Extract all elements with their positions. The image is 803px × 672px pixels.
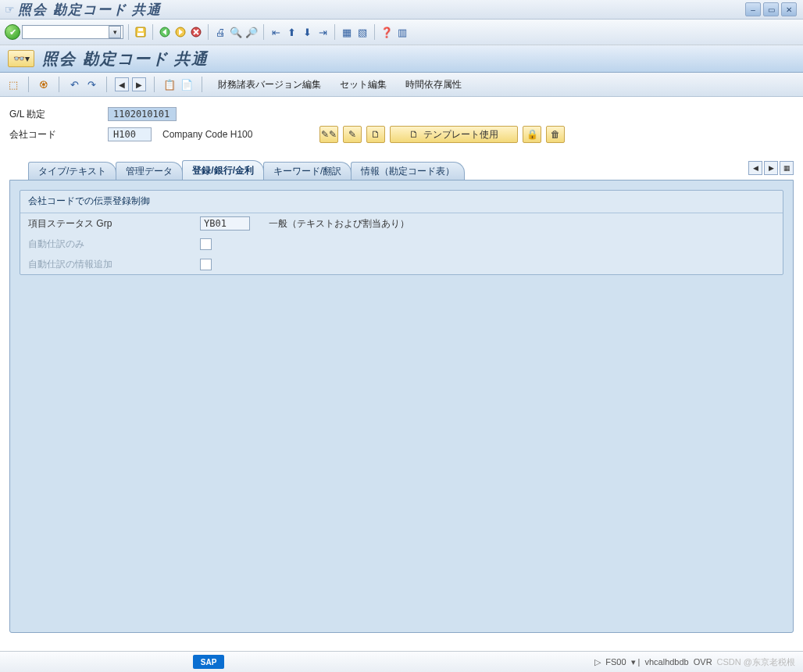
copy-icon: 🗋 [409, 129, 419, 140]
set-edit-link[interactable]: セット編集 [332, 76, 394, 94]
separator [106, 77, 107, 92]
gl-account-row: G/L 勘定 1102010101 [9, 105, 794, 123]
sap-logo: SAP [193, 655, 224, 669]
tab-label: 登録/銀行/金利 [192, 164, 254, 177]
display-change-button[interactable]: ✎✎ [319, 126, 338, 143]
print-icon[interactable]: 🖨 [213, 25, 227, 39]
status-host: vhcalhdbdb [644, 657, 688, 667]
command-dropdown-icon[interactable]: ▾ [109, 26, 121, 38]
separator [202, 77, 202, 92]
gl-account-label: G/L 勘定 [9, 108, 103, 121]
delete-button[interactable]: 🗑 [546, 126, 565, 143]
content-area: G/L 勘定 1102010101 会社コード H100 Company Cod… [0, 97, 803, 636]
watermark-text: CSDN @东京老税根 [717, 656, 795, 668]
page-title-bar: 👓▾ 照会 勘定コード 共通 [0, 45, 803, 73]
fs-version-edit-link[interactable]: 財務諸表バージョン編集 [210, 76, 329, 94]
display-toggle-button[interactable]: 👓▾ [8, 50, 34, 67]
time-dep-attr-link[interactable]: 時間依存属性 [398, 76, 469, 94]
application-toolbar: ⬚ ♼ ↶ ↷ ◀ ▶ 📋 📄 財務諸表バージョン編集 セット編集 時間依存属性 [0, 73, 803, 97]
separator [374, 24, 375, 40]
tab-label: 情報（勘定コード表） [361, 165, 455, 178]
field-status-group-label: 項目ステータス Grp [28, 217, 200, 231]
close-button[interactable]: ✕ [781, 2, 797, 16]
maximize-button[interactable]: ▭ [763, 2, 779, 16]
create-button[interactable]: 🗋 [366, 126, 385, 143]
tab-body: 会社コードでの伝票登録制御 項目ステータス Grp YB01 一般（テキストおよ… [9, 180, 794, 633]
group-title: 会社コードでの伝票登録制御 [20, 191, 783, 213]
field-status-group-desc: 一般（テキストおよび割当あり） [269, 217, 409, 231]
status-tx-code: FS00 [605, 657, 626, 667]
tab-type-text[interactable]: タイプ/テキスト [28, 162, 116, 180]
find-icon[interactable]: 🔍 [229, 25, 243, 39]
exit-icon[interactable] [173, 25, 187, 39]
post-auto-only-checkbox[interactable] [200, 238, 212, 250]
first-page-icon[interactable]: ⇤ [269, 25, 283, 39]
status-arrow-icon[interactable]: ▷ [594, 657, 601, 667]
tab-create-bank-interest[interactable]: 登録/銀行/金利 [182, 160, 264, 180]
sap-window: ☞ 照会 勘定コード 共通 – ▭ ✕ ✔ ▾ 🖨 🔍 🔎 ⇤ ⬆ ⬇ ⇥ ▦ … [0, 0, 803, 672]
post-auto-only-row: 自動仕訳のみ [20, 234, 783, 254]
tab-scroll-left-button[interactable]: ◀ [748, 161, 762, 175]
field-status-group-input[interactable]: YB01 [200, 216, 250, 231]
standard-toolbar: ✔ ▾ 🖨 🔍 🔎 ⇤ ⬆ ⬇ ⇥ ▦ ▧ ❓ ▥ [0, 20, 803, 45]
svg-rect-1 [137, 33, 144, 36]
separator [154, 77, 155, 92]
template-use-button[interactable]: 🗋 テンプレート使用 [390, 126, 518, 143]
tab-info-coa[interactable]: 情報（勘定コード表） [351, 162, 465, 180]
tab-list-button[interactable]: ▦ [780, 161, 794, 175]
next-page-icon[interactable]: ⬇ [300, 25, 314, 39]
cancel-icon[interactable] [189, 25, 203, 39]
tab-label: キーワード/翻訳 [273, 165, 341, 178]
redo-icon[interactable]: ↷ [84, 77, 98, 91]
save-icon[interactable] [134, 25, 148, 39]
app-menu-icon[interactable]: ☞ [5, 3, 15, 16]
window-title: 照会 勘定コード 共通 [18, 1, 162, 19]
help-icon[interactable]: ❓ [380, 25, 394, 39]
edit-button[interactable]: ✎ [343, 126, 362, 143]
prev-record-button[interactable]: ◀ [115, 77, 129, 91]
separator [128, 24, 129, 40]
company-code-value[interactable]: H100 [108, 127, 152, 141]
svg-rect-2 [138, 28, 143, 31]
tab-keyword-translation[interactable]: キーワード/翻訳 [263, 162, 352, 180]
supplement-auto-row: 自動仕訳の情報追加 [20, 254, 783, 274]
back-icon[interactable] [158, 25, 172, 39]
titlebar: ☞ 照会 勘定コード 共通 – ▭ ✕ [0, 0, 803, 20]
shortcut-icon[interactable]: ▧ [355, 25, 369, 39]
tabstrip: タイプ/テキスト 管理データ 登録/銀行/金利 キーワード/翻訳 情報（勘定コー… [9, 161, 794, 180]
layout-icon[interactable]: ▥ [395, 25, 409, 39]
note-icon[interactable]: 📄 [180, 77, 194, 91]
tab-label: タイプ/テキスト [38, 165, 106, 178]
supplement-auto-checkbox[interactable] [200, 259, 212, 270]
hierarchy-icon[interactable]: ♼ [37, 77, 51, 91]
company-code-label: 会社コード [9, 128, 103, 141]
next-record-button[interactable]: ▶ [132, 77, 146, 91]
last-page-icon[interactable]: ⇥ [316, 25, 330, 39]
separator [59, 77, 59, 92]
statusbar: SAP ▷ FS00 ▾ | vhcalhdbdb OVR CSDN @东京老税… [0, 651, 803, 672]
separator [28, 77, 29, 92]
gl-account-value[interactable]: 1102010101 [108, 107, 177, 121]
template-use-label: テンプレート使用 [423, 128, 498, 141]
page-title: 照会 勘定コード 共通 [42, 48, 209, 70]
prev-page-icon[interactable]: ⬆ [284, 25, 298, 39]
command-field[interactable]: ▾ [22, 25, 123, 39]
tab-label: 管理データ [126, 165, 173, 178]
tab-nav: ◀ ▶ ▦ [748, 161, 794, 175]
find-next-icon[interactable]: 🔎 [244, 25, 259, 39]
enter-button[interactable]: ✔ [5, 24, 20, 40]
clipboard-icon[interactable]: 📋 [162, 77, 177, 91]
undo-icon[interactable]: ↶ [67, 77, 81, 91]
header-button-row: ✎✎ ✎ 🗋 🗋 テンプレート使用 🔒 🗑 [319, 126, 565, 143]
status-ovr: OVR [694, 657, 712, 667]
lock-button[interactable]: 🔒 [523, 126, 541, 143]
new-session-icon[interactable]: ▦ [340, 25, 354, 39]
minimize-button[interactable]: – [745, 2, 761, 16]
tree-off-icon[interactable]: ⬚ [6, 77, 20, 91]
company-code-text: Company Code H100 [162, 129, 252, 140]
company-code-row: 会社コード H100 Company Code H100 ✎✎ ✎ 🗋 🗋 テン… [9, 125, 794, 144]
tab-control-data[interactable]: 管理データ [116, 162, 183, 180]
supplement-auto-label: 自動仕訳の情報追加 [28, 258, 200, 271]
tab-scroll-right-button[interactable]: ▶ [764, 161, 778, 175]
tabstrip-container: タイプ/テキスト 管理データ 登録/銀行/金利 キーワード/翻訳 情報（勘定コー… [9, 161, 794, 633]
